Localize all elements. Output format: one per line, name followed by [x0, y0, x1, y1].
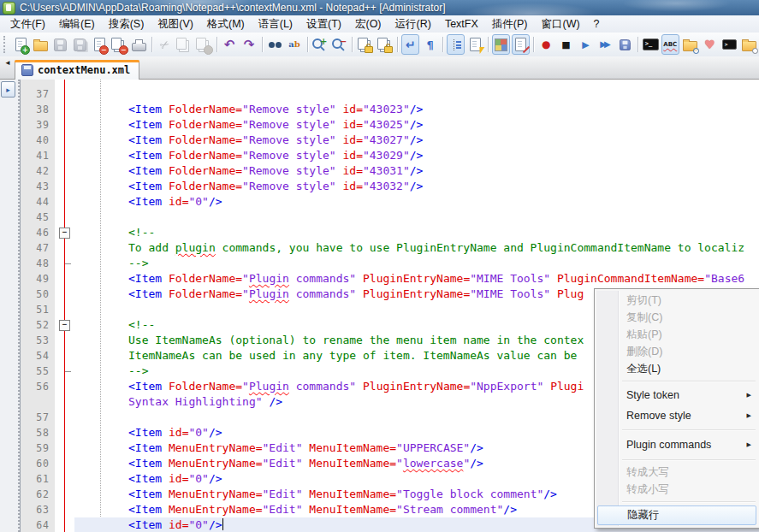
console-icon: >_: [643, 37, 659, 53]
context-item-cut: 剪切(T): [596, 292, 758, 309]
redo-button[interactable]: ↷: [240, 34, 258, 55]
macro-run-multiple-button[interactable]: ▶▶: [596, 34, 614, 55]
menubar-item-0[interactable]: 文件(F): [3, 15, 52, 33]
sync-vertical-scroll-button[interactable]: [356, 34, 374, 55]
menubar-item-1[interactable]: 编辑(E): [52, 15, 102, 33]
new-file-icon: +: [13, 37, 29, 53]
context-item-plugin-commands[interactable]: Plugin commands▶: [596, 434, 758, 456]
line-number: 51: [21, 302, 50, 317]
code-line-47[interactable]: 47To add plugin commands, you have to us…: [21, 240, 759, 256]
fold-collapse-icon[interactable]: −: [59, 320, 70, 331]
context-item-copy: 复制(C): [596, 309, 758, 326]
print-icon: [131, 37, 147, 53]
line-number: 42: [21, 163, 50, 179]
menubar-item-9[interactable]: TextFX: [438, 16, 485, 32]
context-item-label: Plugin commands: [626, 439, 711, 451]
save-icon: [52, 37, 68, 53]
macro-save-button[interactable]: [616, 34, 634, 55]
code-line-41[interactable]: 41<Item FolderName="Remove style" id="43…: [21, 148, 759, 163]
open-file-button[interactable]: [32, 34, 50, 55]
tab-scroll-left-icon[interactable]: ◄: [4, 59, 11, 67]
code-text: <Item id="0"/>: [128, 471, 222, 487]
macro-play-button[interactable]: ▶: [577, 34, 595, 55]
line-number: 46: [21, 225, 50, 240]
code-line-44[interactable]: 44<Item id="0"/>: [21, 194, 759, 210]
context-item-style-token[interactable]: Style token▶: [596, 385, 758, 405]
context-item-select-all[interactable]: 全选(L): [596, 360, 758, 377]
menubar-item-4[interactable]: 格式(M): [200, 15, 252, 33]
menubar-item-7[interactable]: 宏(O): [348, 15, 388, 33]
menubar-item-2[interactable]: 搜索(S): [102, 15, 151, 33]
explorer-button[interactable]: [681, 34, 699, 55]
zoom-out-icon: −: [331, 37, 347, 53]
print-button[interactable]: [130, 34, 148, 55]
spell-check-button[interactable]: ABC: [661, 34, 679, 55]
code-line-46[interactable]: 46−<!--: [21, 225, 759, 240]
menubar-item-3[interactable]: 视图(V): [151, 15, 200, 33]
code-line-37[interactable]: 37: [21, 86, 759, 102]
show-all-characters-button[interactable]: ¶: [421, 34, 439, 55]
macro-stop-button[interactable]: ■: [557, 34, 575, 55]
context-item-label: 粘贴(P): [626, 328, 662, 342]
line-number: 56: [21, 379, 50, 394]
toolbar-separator: [442, 37, 443, 52]
code-line-45[interactable]: 45: [21, 210, 759, 225]
code-text: To add plugin commands, you have to use …: [128, 240, 744, 256]
saved-file-icon: [21, 64, 33, 76]
code-line-43[interactable]: 43<Item FolderName="Remove style" id="43…: [21, 179, 759, 194]
cmd-button[interactable]: >: [720, 34, 738, 55]
menubar-item-8[interactable]: 运行(R): [388, 15, 438, 33]
code-line-42[interactable]: 42<Item FolderName="Remove style" id="43…: [21, 163, 759, 179]
zoom-out-button[interactable]: −: [330, 34, 348, 55]
code-line-40[interactable]: 40<Item FolderName="Remove style" id="43…: [21, 133, 759, 148]
context-item-hide-lines[interactable]: 隐藏行: [597, 505, 756, 525]
macro-record-button[interactable]: ●: [537, 34, 555, 55]
indent-guide-button[interactable]: [447, 34, 465, 55]
code-line-39[interactable]: 39<Item FolderName="Remove style" id="43…: [21, 117, 759, 133]
cmd-icon: >: [721, 37, 738, 53]
line-number: 63: [21, 502, 50, 517]
code-text: <Item FolderName="Remove style" id="4302…: [128, 117, 423, 133]
doc-switcher-button[interactable]: [512, 34, 530, 55]
menubar-item-6[interactable]: 设置(T): [299, 15, 348, 33]
notepadpp-app-icon[interactable]: [3, 2, 15, 15]
zoom-in-button[interactable]: +: [311, 34, 329, 55]
link-folder-button[interactable]: [740, 34, 758, 55]
code-text: <!--: [128, 225, 155, 240]
tab-bar: ◄ contextMenu.xml: [0, 56, 759, 80]
menubar-item-12[interactable]: ?: [587, 16, 607, 32]
new-file-button[interactable]: +: [12, 34, 30, 55]
undo-button[interactable]: ↶: [221, 34, 239, 55]
code-line-48[interactable]: 48-->: [21, 256, 759, 271]
console-button[interactable]: >_: [642, 34, 660, 55]
tab-contextmenu-xml[interactable]: contextMenu.xml: [15, 60, 139, 80]
code-line-49[interactable]: 49<Item FolderName="Plugin commands" Plu…: [21, 271, 759, 287]
menubar-item-5[interactable]: 语言(L): [252, 15, 299, 33]
dock-expand-button[interactable]: ▸: [1, 81, 15, 98]
context-item-remove-style[interactable]: Remove style▶: [596, 405, 758, 426]
close-file-button[interactable]: −: [91, 34, 109, 55]
toolbar-separator: [307, 37, 308, 52]
context-item-label: 隐藏行: [627, 508, 660, 523]
close-all-button[interactable]: −: [110, 34, 128, 55]
code-line-38[interactable]: 38<Item FolderName="Remove style" id="43…: [21, 102, 759, 117]
code-text: <Item FolderName="Remove style" id="4303…: [128, 163, 423, 179]
menubar-item-11[interactable]: 窗口(W): [534, 15, 586, 33]
copy-icon: [176, 37, 193, 53]
fold-collapse-icon[interactable]: −: [59, 228, 70, 239]
line-number: 52: [21, 317, 50, 333]
doc-map-button[interactable]: [492, 34, 510, 55]
save-all-button: [71, 34, 89, 55]
sync-horizontal-scroll-button[interactable]: [376, 34, 394, 55]
replace-button[interactable]: ab: [286, 34, 304, 55]
word-wrap-button[interactable]: ↵: [401, 34, 419, 55]
code-text: <Item FolderName="Remove style" id="4302…: [128, 148, 423, 163]
user-language-button[interactable]: [466, 34, 484, 55]
find-button[interactable]: [266, 34, 284, 55]
context-item-delete: 删除(D): [596, 343, 758, 360]
favorites-button[interactable]: ♥: [701, 34, 719, 55]
code-text: <Item id="0"/>: [128, 517, 223, 532]
menubar-item-10[interactable]: 插件(P): [485, 15, 535, 33]
find-icon: [267, 37, 283, 53]
doc-map-icon: [493, 37, 509, 53]
